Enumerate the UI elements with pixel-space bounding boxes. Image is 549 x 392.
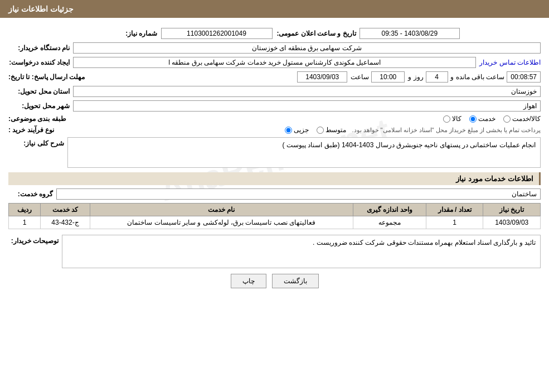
nooe-group: پرداخت تمام یا بخشی از مبلغ خریداز محل "… [8, 126, 541, 134]
table-row: 1403/09/03 1 مجموعه فعالیتهای نصب تاسیسا… [9, 216, 541, 229]
ejad-link[interactable]: اطلاعات تماس خریدار [479, 59, 541, 66]
th-tarikh-niaz: تاریخ نیاز [483, 204, 541, 216]
radio-khedmat-label: خدمت [478, 115, 495, 123]
buyer-desc-value: تائید و بارگذاری اسناد استعلام بهمراه مس… [313, 239, 536, 246]
tabe-radio-group: کالا/خدمت خدمت کالا [443, 115, 541, 123]
rooz-label-sep: و [450, 73, 454, 81]
row-ostan: خوزستان استان محل تحویل: [8, 86, 541, 97]
sharh-value: انجام عملیات ساختمانی در پستهای ناحیه جن… [283, 141, 536, 149]
mohlet-date-group: 1403/09/03 [297, 71, 347, 83]
page-title: جزئیات اطلاعات نیاز [8, 4, 74, 13]
radio-kala-khedmat-item[interactable]: کالا/خدمت [503, 115, 541, 123]
radio-kala-khedmat-label: کالا/خدمت [512, 115, 541, 123]
main-content: AnaRender.net 1403/08/29 - 09:35 تاریخ و… [0, 18, 549, 302]
cell-radif: 1 [9, 216, 41, 229]
shahr-value: اهواز [73, 100, 541, 112]
grooh-group: ساختمان گروه خدمت: [8, 188, 541, 200]
mohlet-group: 00:08:57 ساعت باقی مانده و 4 روز و 10:00… [8, 71, 541, 83]
sharh-textarea: انجام عملیات ساختمانی در پستهای ناحیه جن… [67, 137, 541, 168]
cell-tedad: 1 [426, 216, 483, 229]
radio-jozvi-item[interactable]: جزیی [285, 126, 309, 134]
baqi-group: 00:08:57 ساعت باقی مانده و 4 روز و [408, 71, 541, 83]
nooe-radio-group: متوسط جزیی [285, 126, 346, 134]
grooh-label: گروه خدمت: [8, 190, 53, 198]
radio-kala-khedmat[interactable] [503, 115, 511, 123]
buyer-desc-area: تائید و بارگذاری اسناد استعلام بهمراه مس… [62, 235, 541, 268]
th-tedad: تعداد / مقدار [426, 204, 483, 216]
th-name-khedmat: نام خدمت [90, 204, 353, 216]
saat-value: 10:00 [371, 71, 405, 83]
service-table-wrapper: تاریخ نیاز تعداد / مقدار واحد اندازه گیر… [8, 203, 541, 229]
row-sharh: انجام عملیات ساختمانی در پستهای ناحیه جن… [8, 137, 541, 168]
rooz-label: روز و [408, 73, 423, 81]
ejad-group: اطلاعات تماس خریدار اسماعیل مکوندی کارشن… [8, 57, 541, 68]
baqi-value: 00:08:57 [507, 71, 541, 83]
th-radif: ردیف [9, 204, 41, 216]
row-buyer-desc: تائید و بارگذاری اسناد استعلام بهمراه مس… [8, 235, 541, 268]
page-wrapper: جزئیات اطلاعات نیاز AnaRender.net 1403/0… [0, 0, 549, 392]
ostan-value: خوزستان [73, 86, 541, 97]
mohlet-date-value: 1403/09/03 [297, 71, 347, 83]
nooe-label: نوع فرآیند خرید : [8, 126, 54, 134]
nooe-note: پرداخت تمام یا بخشی از مبلغ خریداز محل "… [352, 127, 541, 134]
radio-jozvi-label: جزیی [294, 126, 309, 134]
nam-dastgah-label: نام دستگاه خریدار: [8, 44, 70, 52]
ostan-label: استان محل تحویل: [8, 88, 70, 95]
radio-khedmat-item[interactable]: خدمت [469, 115, 495, 123]
tarikh-label: تاریخ و ساعت اعلان عمومی: [277, 30, 356, 37]
shomara-label: شماره نیاز: [125, 30, 157, 37]
shahr-group: اهواز شهر محل تحویل: [8, 100, 541, 112]
shomara-group: 1103001262001049 شماره نیاز: [8, 28, 273, 39]
nam-dastgah-group: شرکت سهامی برق منطقه ای خوزستان نام دستگ… [8, 42, 541, 54]
rooz-value: 4 [426, 71, 448, 83]
row-ejad-konande: اطلاعات تماس خریدار اسماعیل مکوندی کارشن… [8, 57, 541, 68]
tabe-label: طبقه بندی موضوعی: [8, 115, 66, 123]
radio-kala-label: کالا [452, 115, 461, 123]
back-button[interactable]: بازگشت [272, 274, 319, 288]
row-mohlet: 00:08:57 ساعت باقی مانده و 4 روز و 10:00… [8, 71, 541, 83]
service-table: تاریخ نیاز تعداد / مقدار واحد اندازه گیر… [8, 203, 541, 229]
cell-name: فعالیتهای نصب تاسیسات برق، لوله‌کشی و سا… [90, 216, 353, 229]
cell-tarikh: 1403/09/03 [483, 216, 541, 229]
grooh-value: ساختمان [56, 188, 541, 200]
row-tabe-bandi: کالا/خدمت خدمت کالا طبقه بندی موضوعی: [8, 115, 541, 123]
cell-vahed: مجموعه [353, 216, 426, 229]
buyer-desc-group: تائید و بارگذاری اسناد استعلام بهمراه مس… [8, 235, 541, 268]
radio-motavasset-item[interactable]: متوسط [317, 126, 346, 134]
th-code-khedmat: کد خدمت [41, 204, 90, 216]
sharh-group: انجام عملیات ساختمانی در پستهای ناحیه جن… [8, 137, 541, 168]
ejad-value: اسماعیل مکوندی کارشناس مستول خرید خدمات … [73, 57, 476, 68]
buyer-desc-label: توصیحات خریدار: [8, 237, 59, 245]
shahr-label: شهر محل تحویل: [8, 102, 70, 110]
cell-code: ج-432-43 [41, 216, 90, 229]
tarikh-value: 1403/08/29 - 09:35 [359, 28, 460, 39]
row-nam-dastgah: شرکت سهامی برق منطقه ای خوزستان نام دستگ… [8, 42, 541, 54]
table-header-row: تاریخ نیاز تعداد / مقدار واحد اندازه گیر… [9, 204, 541, 216]
tarikh-group: 1403/08/29 - 09:35 تاریخ و ساعت اعلان عم… [277, 28, 541, 39]
th-vahed: واحد اندازه گیری [353, 204, 426, 216]
shomara-value: 1103001262001049 [161, 28, 273, 39]
print-button[interactable]: چاپ [231, 274, 266, 288]
page-header: جزئیات اطلاعات نیاز [0, 0, 549, 18]
ostan-group: خوزستان استان محل تحویل: [8, 86, 541, 97]
baqi-label: ساعت باقی مانده [456, 73, 505, 81]
saat-group: 10:00 ساعت [351, 71, 405, 83]
tabe-bandi-group: کالا/خدمت خدمت کالا طبقه بندی موضوعی: [8, 115, 541, 123]
ejad-label: ایجاد کننده درخواست: [8, 59, 70, 66]
radio-khedmat[interactable] [469, 115, 477, 123]
radio-kala-item[interactable]: کالا [443, 115, 461, 123]
radio-motavasset[interactable] [317, 127, 324, 134]
saat-label: ساعت [351, 73, 369, 81]
mohlet-label: مهلت ارسال پاسخ: تا تاریخ: [8, 73, 85, 81]
nam-dastgah-value: شرکت سهامی برق منطقه ای خوزستان [73, 42, 541, 54]
service-info-title: اطلاعات خدمات مورد نیاز [8, 172, 541, 185]
row-shomara-tarikh: 1403/08/29 - 09:35 تاریخ و ساعت اعلان عم… [8, 28, 541, 39]
row-grooh: ساختمان گروه خدمت: [8, 188, 541, 200]
row-shahr: اهواز شهر محل تحویل: [8, 100, 541, 112]
radio-kala[interactable] [443, 115, 450, 123]
row-nooe-farayand: پرداخت تمام یا بخشی از مبلغ خریداز محل "… [8, 126, 541, 134]
sharh-label: شرح کلی نیاز: [8, 139, 64, 147]
radio-motavasset-label: متوسط [325, 126, 346, 134]
radio-jozvi[interactable] [285, 127, 292, 134]
button-row: بازگشت چاپ [8, 274, 541, 297]
